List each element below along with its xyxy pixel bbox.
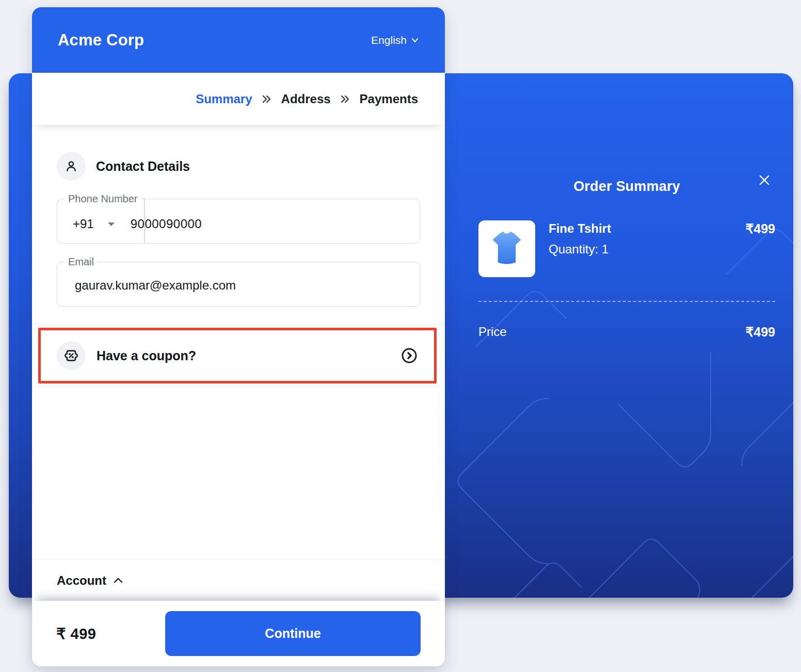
chevron-up-icon bbox=[113, 577, 124, 585]
price-label: Price bbox=[478, 325, 507, 340]
coupon-row[interactable]: Have a coupon? bbox=[38, 328, 437, 383]
product-image bbox=[478, 220, 535, 277]
contact-details-header: Contact Details bbox=[57, 152, 420, 181]
caret-down-icon[interactable] bbox=[107, 222, 115, 227]
phone-field: Phone Number +91 9000090000 bbox=[57, 193, 420, 244]
language-label: English bbox=[371, 34, 407, 46]
double-chevron-icon bbox=[261, 93, 273, 105]
account-bar[interactable]: Account bbox=[32, 559, 445, 601]
country-code-select[interactable]: +91 bbox=[57, 217, 94, 231]
field-divider bbox=[144, 198, 145, 243]
double-chevron-icon bbox=[339, 93, 351, 105]
contact-details-title: Contact Details bbox=[96, 159, 190, 174]
breadcrumb: Summary Address Payments bbox=[32, 73, 445, 125]
merchant-header: Acme Corp English bbox=[32, 7, 445, 73]
step-address[interactable]: Address bbox=[281, 92, 331, 106]
coupon-ticket-icon bbox=[57, 341, 86, 370]
phone-label: Phone Number bbox=[65, 193, 141, 205]
step-summary[interactable]: Summary bbox=[196, 92, 252, 106]
order-item-row: Fine Tshirt Quantity: 1 ₹499 bbox=[478, 220, 775, 277]
coupon-section: Have a coupon? bbox=[32, 324, 445, 387]
language-selector[interactable]: English bbox=[371, 34, 419, 46]
order-summary-title: Order Summary bbox=[478, 179, 775, 195]
price-value: ₹499 bbox=[745, 325, 775, 340]
product-price: ₹499 bbox=[745, 220, 775, 277]
checkout-modal: Acme Corp English Summary Address Paymen… bbox=[32, 7, 445, 666]
close-icon[interactable] bbox=[757, 172, 772, 188]
email-label: Email bbox=[65, 256, 98, 268]
dashed-divider bbox=[478, 301, 775, 302]
continue-button[interactable]: Continue bbox=[165, 611, 421, 656]
checkout-footer: ₹ 499 Continue bbox=[32, 601, 445, 666]
price-row: Price ₹499 bbox=[478, 325, 775, 340]
product-name: Fine Tshirt bbox=[549, 221, 611, 236]
step-payments[interactable]: Payments bbox=[360, 92, 418, 106]
product-quantity: Quantity: 1 bbox=[549, 242, 611, 257]
account-label: Account bbox=[57, 573, 106, 588]
chevron-down-icon bbox=[411, 37, 419, 43]
chevron-right-circle-icon[interactable] bbox=[401, 347, 418, 364]
total-amount: ₹ 499 bbox=[56, 625, 96, 643]
coupon-label: Have a coupon? bbox=[97, 348, 196, 363]
email-input[interactable]: gaurav.kumar@example.com bbox=[57, 268, 420, 306]
merchant-name: Acme Corp bbox=[58, 31, 144, 50]
user-icon bbox=[57, 152, 86, 181]
email-field: Email gaurav.kumar@example.com bbox=[57, 256, 420, 307]
order-summary: Order Summary bbox=[454, 147, 793, 598]
phone-input[interactable]: 9000090000 bbox=[115, 217, 202, 231]
